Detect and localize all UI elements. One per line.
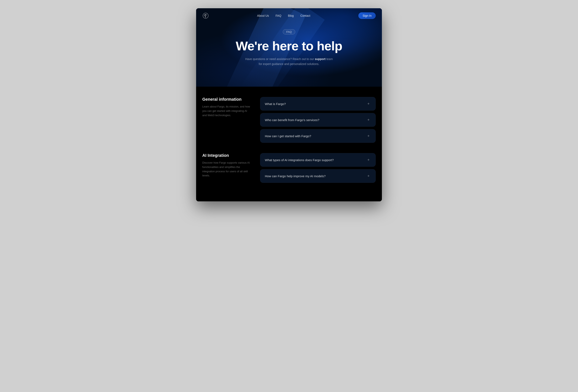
nav-faq[interactable]: FAQ — [276, 14, 281, 17]
faq-item-3[interactable]: How can I get started with Fargo? + — [260, 129, 376, 143]
nav-blog[interactable]: Blog — [288, 14, 294, 17]
section-ai-left: AI Integration Discover how Fargo suppor… — [202, 153, 252, 183]
faq-expand-icon-3: + — [366, 133, 371, 138]
faq-question-1: What is Fargo? — [265, 102, 286, 106]
faq-item-5[interactable]: How can Fargo help improve my AI models?… — [260, 169, 376, 183]
section-ai-faqs: What types of AI integrations does Fargo… — [260, 153, 376, 183]
faq-expand-icon-4: + — [366, 157, 371, 162]
faq-item-2[interactable]: Who can benefit from Fargo's services? + — [260, 113, 376, 127]
navbar: About Us FAQ Blog Contact Sign In — [196, 8, 382, 23]
hero-content: FAQ We're here to help Have questions or… — [196, 23, 382, 67]
faq-item-1[interactable]: What is Fargo? + — [260, 97, 376, 111]
faq-question-2: Who can benefit from Fargo's services? — [265, 118, 319, 122]
hero-subtitle: Have questions or need assistance? Reach… — [243, 57, 335, 67]
section-ai: AI Integration Discover how Fargo suppor… — [202, 153, 376, 183]
faq-question-5: How can Fargo help improve my AI models? — [265, 174, 326, 178]
section-ai-title: AI Integration — [202, 153, 252, 158]
main-content: General information Learn about Fargo, i… — [196, 87, 382, 201]
section-general-left: General information Learn about Fargo, i… — [202, 97, 252, 143]
nav-links: About Us FAQ Blog Contact — [257, 14, 310, 17]
section-general-title: General information — [202, 97, 252, 102]
faq-expand-icon-2: + — [366, 117, 371, 122]
hero-section: About Us FAQ Blog Contact Sign In FAQ We… — [196, 8, 382, 87]
nav-about[interactable]: About Us — [257, 14, 269, 17]
section-general-desc: Learn about Fargo, its mission, and how … — [202, 105, 252, 117]
section-general-faqs: What is Fargo? + Who can benefit from Fa… — [260, 97, 376, 143]
section-ai-desc: Discover how Fargo supports various AI f… — [202, 161, 252, 178]
faq-question-3: How can I get started with Fargo? — [265, 134, 311, 138]
nav-contact[interactable]: Contact — [300, 14, 310, 17]
browser-window: About Us FAQ Blog Contact Sign In FAQ We… — [196, 8, 382, 201]
section-general: General information Learn about Fargo, i… — [202, 97, 376, 143]
hero-title: We're here to help — [236, 39, 342, 53]
sign-in-button[interactable]: Sign In — [358, 12, 376, 19]
logo — [202, 12, 209, 19]
hero-subtitle-pre: Have questions or need assistance? Reach… — [245, 57, 315, 61]
faq-badge: FAQ — [283, 29, 295, 35]
faq-item-4[interactable]: What types of AI integrations does Fargo… — [260, 153, 376, 167]
faq-expand-icon-1: + — [366, 101, 371, 106]
hero-subtitle-bold: support — [315, 57, 326, 61]
faq-question-4: What types of AI integrations does Fargo… — [265, 158, 334, 162]
svg-point-1 — [205, 17, 206, 18]
faq-expand-icon-5: + — [366, 174, 371, 178]
